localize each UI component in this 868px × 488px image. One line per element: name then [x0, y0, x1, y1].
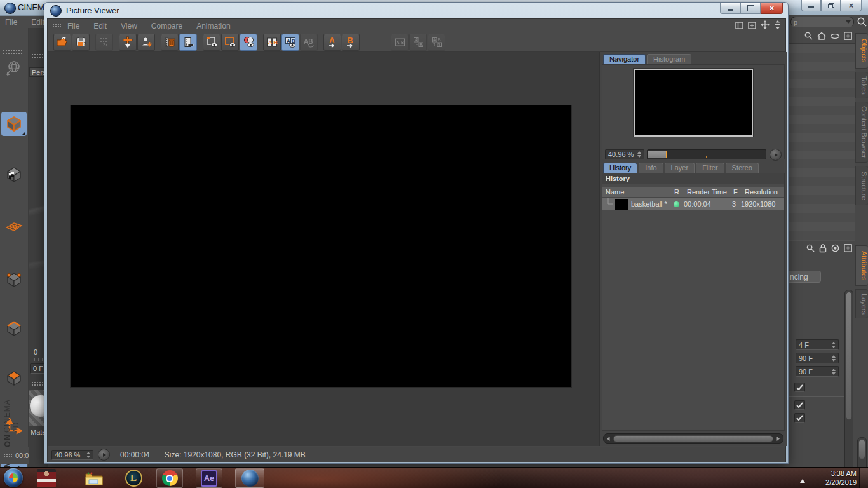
tab-takes[interactable]: Takes — [855, 72, 868, 98]
show-channels-button-active[interactable] — [240, 34, 257, 51]
pv-menu-animation[interactable]: Animation — [196, 22, 230, 30]
status-zoom-field[interactable]: 40.96 % — [51, 450, 93, 460]
compare-ab-alt-button-disabled[interactable]: AB — [300, 34, 318, 51]
layout-dropdown[interactable]: p — [790, 17, 854, 27]
polygon-mode-button[interactable] — [1, 366, 27, 390]
pv-menu-edit[interactable]: Edit — [93, 22, 107, 30]
tab-layer[interactable]: Layer — [665, 163, 695, 173]
navigator-thumbnail[interactable] — [634, 69, 753, 137]
tray-show-hidden-icons[interactable] — [799, 475, 806, 486]
attributes-target-icon[interactable] — [831, 243, 840, 255]
points-mode-button[interactable] — [1, 267, 27, 291]
show-image-frame-button[interactable] — [203, 34, 220, 51]
pv-maximize-button[interactable] — [740, 3, 761, 14]
attributes-search-icon[interactable] — [806, 243, 815, 255]
main-menu-file[interactable]: File — [5, 18, 17, 27]
history-h-scrollbar[interactable] — [603, 433, 783, 444]
edge-mode-button[interactable] — [1, 316, 27, 341]
show-image-border-button[interactable] — [221, 34, 239, 51]
taskbar-aftereffects-button[interactable]: Ae — [196, 468, 222, 488]
pv-menu-grip[interactable] — [52, 23, 61, 29]
pv-menu-compare[interactable]: Compare — [151, 22, 182, 30]
taskbar-clock[interactable]: 3:38 AM 2/20/2019 — [811, 469, 857, 487]
tab-histogram[interactable]: Histogram — [647, 54, 691, 64]
pv-minimize-button[interactable] — [720, 3, 740, 14]
workplane-mode-button[interactable] — [1, 214, 27, 238]
status-grip[interactable] — [3, 453, 12, 459]
navigator-expand-button[interactable] — [770, 149, 782, 161]
pv-dock-add-icon[interactable] — [748, 20, 756, 32]
attr-field-start[interactable]: 4 F — [796, 339, 839, 350]
tab-filter[interactable]: Filter — [696, 163, 724, 173]
delete-image-button[interactable] — [161, 34, 179, 51]
pv-menu-file[interactable]: File — [67, 22, 79, 30]
start-button[interactable] — [4, 468, 23, 487]
render-settings-button-disabled[interactable]: 2x — [95, 34, 113, 51]
set-image-b-button[interactable]: B — [342, 34, 360, 51]
taskbar-cinema4d-button[interactable] — [235, 468, 264, 488]
scroll-right-arrow[interactable] — [775, 436, 781, 442]
attr-field-end[interactable]: 90 F — [796, 353, 839, 363]
main-close-button[interactable]: × — [841, 0, 862, 11]
command-search-icon[interactable] — [857, 17, 867, 30]
col-f[interactable]: F — [731, 188, 742, 196]
attr-checkbox-2[interactable] — [794, 400, 805, 410]
pv-dock-pane-icon[interactable] — [735, 20, 743, 32]
dock-layout-button[interactable] — [119, 34, 137, 51]
save-image-button[interactable]: ? — [72, 34, 90, 51]
show-desktop-button[interactable] — [859, 468, 868, 488]
col-resolution[interactable]: Resolution — [742, 188, 784, 196]
tab-content-browser[interactable]: Content Browser — [855, 102, 868, 163]
objects-search-icon[interactable] — [804, 31, 813, 43]
tab-layers[interactable]: Layers — [855, 289, 868, 318]
attributes-mode-button[interactable]: ncing — [788, 271, 821, 283]
remove-image-button-active[interactable] — [179, 34, 197, 51]
user-download-button[interactable] — [137, 34, 155, 51]
tab-objects[interactable]: Objects — [855, 33, 868, 69]
main-restore-button[interactable] — [821, 0, 841, 11]
objects-eye-icon[interactable] — [830, 31, 840, 43]
tab-structure[interactable]: Structure — [855, 166, 868, 205]
image-canvas-area[interactable] — [48, 52, 600, 446]
scroll-thumb[interactable] — [613, 435, 773, 442]
pv-dock-move-icon[interactable] — [761, 20, 770, 32]
tab-stereo[interactable]: Stereo — [726, 163, 759, 173]
navigator-zoom-field[interactable]: 40.96 % — [605, 149, 644, 159]
globe-tool-icon[interactable] — [1, 56, 27, 80]
viewport-grip[interactable] — [31, 53, 45, 59]
objects-list[interactable] — [789, 43, 855, 241]
pv-dock-resize-icon[interactable] — [774, 20, 782, 32]
objects-home-icon[interactable] — [817, 31, 827, 43]
rendered-image[interactable] — [71, 105, 571, 387]
main-menu-edit[interactable]: Edit — [31, 18, 44, 27]
scroll-left-arrow[interactable] — [606, 436, 611, 442]
model-mode-button[interactable] — [1, 112, 27, 136]
pv-titlebar[interactable]: Picture Viewer × — [44, 3, 788, 18]
main-minimize-button[interactable] — [801, 0, 821, 11]
compare-ab-button[interactable]: AB — [263, 34, 281, 51]
attr-field-end2[interactable]: 90 F — [796, 366, 839, 377]
pv-close-button[interactable]: × — [761, 3, 783, 14]
attributes-scrollbar[interactable] — [844, 290, 853, 479]
col-render-time[interactable]: Render Time — [684, 188, 731, 196]
open-image-button[interactable] — [53, 34, 71, 51]
taskbar-lol-icon[interactable]: L — [121, 468, 146, 488]
col-r[interactable]: R — [672, 188, 684, 196]
link-ab-frames-button-disabled[interactable]: A11B — [428, 34, 445, 51]
set-image-a-button[interactable]: A — [323, 34, 341, 51]
taskbar-chrome-button[interactable] — [156, 468, 183, 488]
pv-menu-view[interactable]: View — [121, 22, 137, 30]
attributes-addview-icon[interactable] — [843, 243, 853, 255]
history-row[interactable]: basketball * 00:00:04 3 1920x1080 — [602, 198, 784, 210]
attributes-lock-icon[interactable] — [818, 243, 827, 255]
tab-history[interactable]: History — [603, 163, 637, 173]
attr-checkbox-1[interactable] — [794, 383, 805, 392]
materials-grip[interactable] — [31, 381, 45, 387]
objects-addview-icon[interactable] — [843, 31, 853, 43]
texture-mode-button[interactable] — [1, 163, 27, 187]
swap-ab-button-disabled[interactable]: AB — [391, 34, 409, 51]
compare-ab-view-button-active[interactable]: AB — [281, 34, 299, 51]
navigator-zoom-slider[interactable] — [647, 149, 766, 159]
tab-attributes[interactable]: Attributes — [855, 245, 868, 286]
col-name[interactable]: Name — [602, 188, 672, 196]
